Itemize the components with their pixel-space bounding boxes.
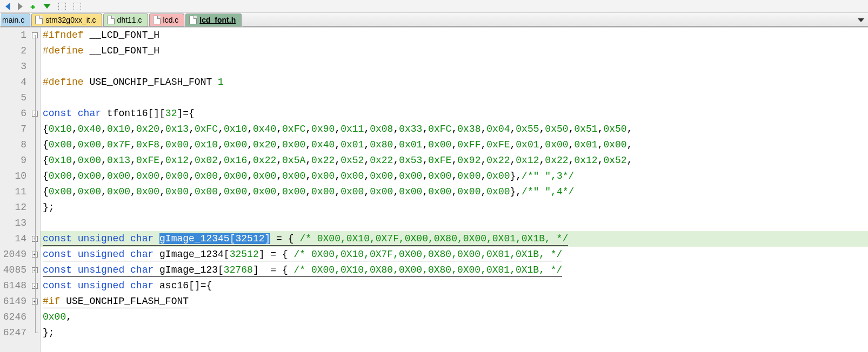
code-token: 0x22 — [370, 155, 393, 166]
file-icon — [153, 16, 161, 24]
code-token: 0x00 — [370, 171, 393, 181]
code-token: 0x01 — [399, 139, 422, 150]
code-token: ]={ — [177, 108, 194, 119]
code-token: const unsigned char — [43, 280, 153, 291]
line-number: 14 — [0, 231, 26, 247]
code-token: , — [159, 171, 165, 181]
code-token: 0x00 — [282, 139, 305, 150]
code-token: 0x00 — [486, 186, 510, 197]
code-token: 0x16 — [224, 155, 247, 166]
code-line[interactable] — [41, 59, 868, 75]
code-token: , — [305, 139, 311, 150]
code-line[interactable]: #define __LCD_FONT_H — [41, 43, 868, 59]
code-token: , — [218, 124, 224, 134]
code-token: , — [72, 155, 78, 166]
code-token: { — [43, 124, 49, 134]
code-token: 0x00 — [49, 171, 72, 181]
code-token: const unsigned char — [43, 249, 153, 260]
code-token: { — [43, 139, 49, 150]
editor-window: ✚ main.c stm32g0xx_it.c dht11.c lcd.c lc… — [0, 0, 868, 352]
code-line[interactable]: const unsigned char gImage_12345[32512] … — [41, 231, 868, 247]
code-token: 0x10 — [224, 124, 247, 134]
code-token: , — [130, 171, 136, 181]
line-number: 13 — [0, 215, 26, 231]
code-token: 0x00 — [107, 171, 130, 181]
tab-label: lcd_font.h — [199, 16, 236, 24]
code-line[interactable]: const unsigned char asc16[]={ — [41, 278, 868, 294]
code-token: 0x01 — [574, 139, 597, 150]
code-token: , — [451, 155, 457, 166]
file-icon — [107, 16, 115, 24]
add-icon[interactable]: ✚ — [30, 1, 36, 12]
code-token: , — [247, 124, 253, 134]
dropdown-icon[interactable] — [43, 4, 51, 9]
code-token: 0x00 — [457, 186, 480, 197]
line-number: 8 — [0, 137, 26, 153]
code-token: , — [276, 139, 282, 150]
code-token: , — [364, 171, 370, 181]
code-token: 0x22 — [253, 155, 276, 166]
code-token: , — [159, 124, 165, 134]
code-area[interactable]: #ifndef __LCD_FONT_H#define __LCD_FONT_H… — [41, 28, 868, 352]
code-token: 0x00 — [486, 171, 510, 181]
code-token: gImage_123[ — [153, 265, 224, 275]
code-line[interactable] — [41, 215, 868, 231]
code-token: , — [393, 155, 399, 166]
code-line[interactable]: const unsigned char gImage_123[32768] = … — [41, 262, 868, 278]
tab-stm32g0xx-it-c[interactable]: stm32g0xx_it.c — [31, 13, 102, 26]
toolbar-slot-icon — [74, 3, 81, 10]
code-token: #if — [43, 296, 60, 307]
fold-cell: + — [30, 231, 40, 247]
code-editor[interactable]: 1234567891011121314204940856148614962466… — [0, 27, 868, 352]
tab-lcd-c[interactable]: lcd.c — [149, 13, 185, 26]
code-token: 0xFC — [282, 124, 305, 134]
code-line[interactable]: {0x10,0x00,0x13,0xFE,0x12,0x02,0x16,0x22… — [41, 153, 868, 168]
code-token: , — [422, 124, 428, 134]
code-token: , — [218, 139, 224, 150]
code-line[interactable]: }; — [41, 200, 868, 215]
code-token: 0x00 — [253, 171, 276, 181]
code-token: 0x55 — [516, 124, 539, 134]
code-token: 0x20 — [253, 139, 276, 150]
code-line[interactable] — [41, 90, 868, 106]
line-number: 10 — [0, 168, 26, 184]
code-line[interactable]: 0x00, — [41, 309, 868, 325]
code-line[interactable]: #if USE_ONCHIP_FLASH_FONT — [41, 294, 868, 309]
code-token: , — [72, 186, 78, 197]
code-line[interactable]: }; — [41, 325, 868, 341]
tab-label: stm32g0xx_it.c — [45, 16, 96, 24]
line-number: 3 — [0, 59, 26, 75]
nav-back-icon[interactable] — [5, 3, 10, 10]
tab-dht11-c[interactable]: dht11.c — [103, 13, 148, 26]
code-token: , — [189, 124, 195, 134]
code-line[interactable]: {0x00,0x00,0x7F,0xF8,0x00,0x10,0x00,0x20… — [41, 137, 868, 153]
code-line[interactable]: const char tfont16[][32]={ — [41, 106, 868, 121]
code-token: gImage_12345 — [159, 233, 230, 244]
code-line[interactable]: #ifndef __LCD_FONT_H — [41, 28, 868, 43]
code-token: , — [276, 155, 282, 166]
nav-forward-icon[interactable] — [18, 3, 23, 10]
code-token: , — [510, 124, 516, 134]
code-line[interactable]: {0x10,0x40,0x10,0x20,0x13,0xFC,0x10,0x40… — [41, 121, 868, 137]
toolbar-slot-icon — [58, 3, 66, 10]
tab-overflow-button[interactable] — [856, 15, 866, 25]
fold-cell — [30, 215, 40, 231]
code-token: , — [364, 139, 370, 150]
code-token: 0xFF — [457, 139, 480, 150]
code-token: , — [510, 139, 516, 150]
code-line[interactable]: {0x00,0x00,0x00,0x00,0x00,0x00,0x00,0x00… — [41, 168, 868, 184]
code-token: , — [218, 155, 224, 166]
tab-bar: main.c stm32g0xx_it.c dht11.c lcd.c lcd_… — [0, 13, 868, 27]
tab-main-c[interactable]: main.c — [1, 13, 30, 26]
code-token: __LCD_FONT_H — [84, 45, 159, 56]
tab-label: main.c — [2, 16, 24, 24]
tab-lcd-font-h[interactable]: lcd_font.h — [185, 13, 242, 26]
code-line[interactable]: {0x00,0x00,0x00,0x00,0x00,0x00,0x00,0x00… — [41, 184, 868, 200]
code-token: , — [335, 139, 340, 150]
line-number: 12 — [0, 200, 26, 215]
code-token: ] = { — [259, 249, 294, 260]
code-token: , — [393, 124, 399, 134]
code-line[interactable]: #define USE_ONCHIP_FLASH_FONT 1 — [41, 75, 868, 90]
code-line[interactable]: const unsigned char gImage_1234[32512] =… — [41, 247, 868, 262]
line-number: 9 — [0, 153, 26, 168]
